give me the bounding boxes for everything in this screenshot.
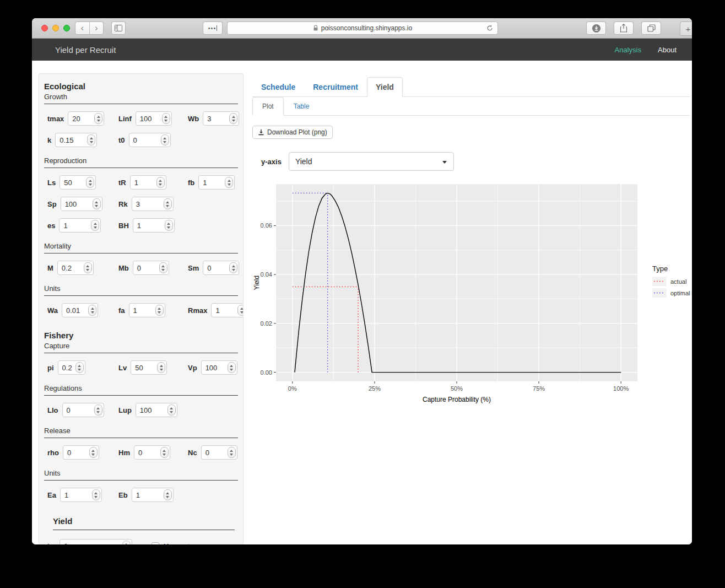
field-label-es: es <box>47 222 55 230</box>
stepper-Ls[interactable] <box>86 177 94 188</box>
subtab-table[interactable]: Table <box>284 97 320 116</box>
stepper-Sm[interactable] <box>229 262 237 273</box>
svg-text:0.02: 0.02 <box>261 320 272 327</box>
stepper-tmax[interactable] <box>94 113 102 124</box>
field-label-Lv: Lv <box>118 364 127 372</box>
download-plot-button[interactable]: Download Plot (png) <box>252 126 333 139</box>
group-label-release: Release <box>44 427 238 438</box>
y-axis-title: Yield <box>253 276 261 290</box>
reload-icon[interactable] <box>486 24 494 34</box>
input-row: kt0 <box>44 133 238 147</box>
history-nav-buttons: ‹ › <box>75 21 104 35</box>
yaxis-label: y-axis <box>261 158 282 166</box>
tab-recruitment[interactable]: Recruitment <box>304 77 367 97</box>
tab-yield[interactable]: Yield <box>367 77 403 97</box>
main-panel: ScheduleRecruitmentYield PlotTable Downl… <box>252 73 690 544</box>
svg-text:50%: 50% <box>451 385 463 392</box>
stepper-Lup[interactable] <box>167 404 176 416</box>
stepper-pi[interactable] <box>75 362 84 373</box>
stepper-Sp[interactable] <box>93 198 101 209</box>
field-label-tmax: tmax <box>47 115 64 123</box>
input-row: EaEb <box>44 488 238 502</box>
svg-text:0.04: 0.04 <box>261 271 272 278</box>
input-row: rhoHmNc <box>44 445 238 460</box>
legend-entry-actual: actual <box>652 277 690 286</box>
field-label-Hm: Hm <box>118 449 130 457</box>
stepper-rho[interactable] <box>89 447 98 458</box>
group-label-units: Units <box>44 469 238 481</box>
nav-link-about[interactable]: About <box>658 46 677 54</box>
stepper-Mb[interactable] <box>159 262 167 273</box>
share-icon[interactable] <box>614 21 634 35</box>
svg-text:0%: 0% <box>288 385 297 392</box>
subtab-plot[interactable]: Plot <box>252 97 284 116</box>
address-bar[interactable]: poissonconsulting.shinyapps.io <box>227 21 498 35</box>
stepper-k[interactable] <box>87 134 95 145</box>
field-label-Vp: Vp <box>188 364 197 372</box>
stepper-Wb[interactable] <box>229 113 237 124</box>
group-label-mortality: Mortality <box>44 242 238 253</box>
app-page: EcologicalGrowthtmaxLinfWbkt0Reproductio… <box>32 61 692 544</box>
zoom-window-button[interactable] <box>63 25 70 31</box>
stepper-es[interactable] <box>91 220 99 231</box>
downloads-button[interactable] <box>586 21 606 35</box>
stepper-Ea[interactable] <box>92 489 100 500</box>
stepper-Llo[interactable] <box>94 404 102 416</box>
field-label-BH: BH <box>118 222 129 230</box>
legend-title: Type <box>652 265 690 273</box>
nav-link-analysis[interactable]: Analysis <box>615 46 641 54</box>
plot-legend: Typeactualoptimal <box>652 265 690 403</box>
field-label-Llo: Llo <box>47 406 58 414</box>
tabs-overview-button[interactable] <box>641 21 661 35</box>
stepper-Vp[interactable] <box>228 362 236 373</box>
stepper-fb[interactable] <box>225 177 233 188</box>
stepper-fa[interactable] <box>155 305 164 316</box>
input-row: SpRk <box>44 197 238 211</box>
plot-table-tabset: PlotTable <box>252 97 690 116</box>
group-label-regulations: Regulations <box>44 384 238 396</box>
checkbox-harvest[interactable]: Harvest <box>152 542 190 545</box>
tab-schedule[interactable]: Schedule <box>252 77 304 97</box>
browser-window: ‹ › ••• poissonconsulting.shinyapps.io <box>32 18 692 544</box>
new-tab-button[interactable]: + <box>680 21 692 36</box>
stepper-Eb[interactable] <box>164 489 172 500</box>
parameter-sidebar: EcologicalGrowthtmaxLinfWbkt0Reproductio… <box>39 73 244 544</box>
stepper-Wa[interactable] <box>88 305 96 316</box>
stepper-Lv[interactable] <box>157 362 165 373</box>
traffic-lights <box>41 25 70 31</box>
field-label-tR: tR <box>118 179 126 187</box>
minimize-window-button[interactable] <box>52 25 59 31</box>
svg-text:100%: 100% <box>613 385 629 392</box>
svg-text:0.06: 0.06 <box>261 222 272 229</box>
forward-button[interactable]: › <box>90 22 104 34</box>
field-label-pi: pi <box>47 364 54 372</box>
yaxis-select[interactable]: Yield <box>289 152 454 171</box>
field-label-Wa: Wa <box>47 306 58 315</box>
stepper-Nc[interactable] <box>228 447 236 458</box>
input-Ly[interactable] <box>59 539 132 544</box>
field-label-Sp: Sp <box>47 200 57 208</box>
stepper-tR[interactable] <box>156 177 165 188</box>
stepper-Hm[interactable] <box>160 447 169 458</box>
field-label-Wb: Wb <box>188 115 199 123</box>
field-label-Sm: Sm <box>188 264 199 272</box>
stepper-t0[interactable] <box>161 134 169 145</box>
input-row: esBH <box>44 218 238 233</box>
sidebar-toggle-button[interactable] <box>111 21 126 35</box>
close-window-button[interactable] <box>41 25 48 31</box>
stepper-Rmax[interactable] <box>237 305 244 316</box>
input-row: LstRfb <box>44 175 238 190</box>
field-label-fa: fa <box>118 306 125 315</box>
stepper-BH[interactable] <box>165 220 173 231</box>
stepper-Linf[interactable] <box>162 113 170 124</box>
tab-dots-button[interactable]: ••• <box>203 21 223 35</box>
field-label-Eb: Eb <box>118 491 128 499</box>
stepper-Rk[interactable] <box>164 198 172 209</box>
chevron-down-icon <box>442 161 447 164</box>
input-row: MMbSm <box>44 261 238 275</box>
section-heading-ecological: Ecological <box>44 82 238 91</box>
back-button[interactable]: ‹ <box>75 22 90 34</box>
stepper-M[interactable] <box>84 262 92 273</box>
stepper-Ly[interactable] <box>122 541 131 544</box>
field-label-fb: fb <box>188 179 194 187</box>
